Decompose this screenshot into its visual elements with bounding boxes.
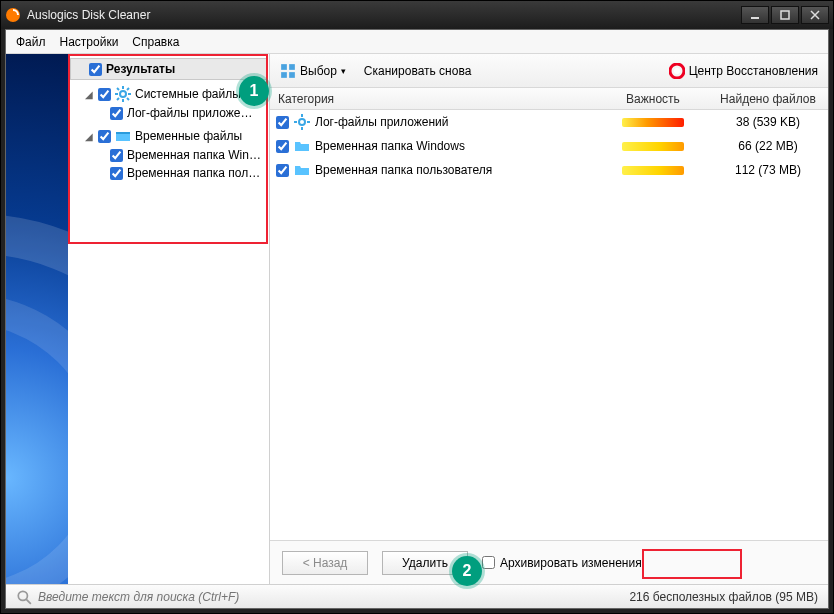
- svg-point-19: [299, 119, 305, 125]
- search-input[interactable]: [38, 590, 629, 604]
- annotation-box-2: [642, 549, 742, 579]
- menu-help[interactable]: Справка: [132, 35, 179, 49]
- svg-point-24: [18, 591, 27, 600]
- gear-icon: [294, 114, 310, 130]
- tree-group-system-files[interactable]: ◢ Системные файлы: [70, 84, 267, 104]
- col-found[interactable]: Найдено файлов: [708, 92, 828, 106]
- row-found: 38 (539 KB): [708, 115, 828, 129]
- archive-label: Архивировать изменения: [500, 556, 642, 570]
- row-checkbox[interactable]: [276, 116, 289, 129]
- svg-line-9: [127, 98, 129, 100]
- svg-rect-13: [281, 64, 287, 70]
- back-button[interactable]: < Назад: [282, 551, 368, 575]
- svg-point-3: [120, 91, 126, 97]
- toolbar: Выбор ▾ Сканировать снова Центр Восстано…: [270, 54, 828, 88]
- callout-badge-1: 1: [239, 76, 269, 106]
- select-dropdown-button[interactable]: Выбор ▾: [280, 63, 346, 79]
- gear-icon: [115, 86, 131, 102]
- chevron-down-icon[interactable]: ◢: [84, 89, 94, 100]
- row-checkbox[interactable]: [276, 140, 289, 153]
- svg-rect-2: [781, 11, 789, 19]
- close-button[interactable]: [801, 6, 829, 24]
- recovery-label: Центр Восстановления: [689, 64, 818, 78]
- folder-icon: [115, 128, 131, 144]
- row-found: 112 (73 MB): [708, 163, 828, 177]
- folder-icon: [294, 138, 310, 154]
- status-bar: 216 бесполезных файлов (95 MB): [6, 584, 828, 608]
- folder-icon: [294, 162, 310, 178]
- chevron-down-icon[interactable]: ◢: [84, 131, 94, 142]
- tree-group-label: Временные файлы: [135, 129, 242, 143]
- archive-checkbox[interactable]: [482, 556, 495, 569]
- svg-rect-12: [116, 132, 130, 134]
- grid-icon: [280, 63, 296, 79]
- row-found: 66 (22 MB): [708, 139, 828, 153]
- table-row[interactable]: Временная папка Windows66 (22 MB): [270, 134, 828, 158]
- select-label: Выбор: [300, 64, 337, 78]
- svg-line-25: [26, 599, 31, 604]
- svg-rect-14: [289, 64, 295, 70]
- col-category[interactable]: Категория: [270, 92, 598, 106]
- svg-rect-15: [281, 72, 287, 78]
- recovery-center-button[interactable]: Центр Восстановления: [669, 63, 818, 79]
- tree-item-temp-windows[interactable]: Временная папка Win…: [70, 146, 267, 164]
- decorative-sidebar: [6, 54, 68, 584]
- tree-item-label: Лог-файлы приложе…: [127, 106, 252, 120]
- rescan-button[interactable]: Сканировать снова: [364, 64, 471, 78]
- importance-bar: [622, 118, 684, 127]
- tree-item-label: Временная папка Win…: [127, 148, 261, 162]
- status-summary: 216 бесполезных файлов (95 MB): [629, 590, 818, 604]
- window-title: Auslogics Disk Cleaner: [27, 8, 150, 22]
- menu-bar: Файл Настройки Справка: [6, 30, 828, 54]
- rescan-label: Сканировать снова: [364, 64, 471, 78]
- tree-checkbox[interactable]: [110, 149, 123, 162]
- tree-checkbox[interactable]: [110, 107, 123, 120]
- tree-group-label: Системные файлы: [135, 87, 241, 101]
- tree-checkbox[interactable]: [110, 167, 123, 180]
- col-importance[interactable]: Важность: [598, 92, 708, 106]
- svg-line-8: [117, 88, 119, 90]
- menu-file[interactable]: Файл: [16, 35, 46, 49]
- action-row: < Назад Удалить Архивировать изменения: [270, 540, 828, 584]
- importance-bar: [622, 166, 684, 175]
- tree-checkbox[interactable]: [98, 88, 111, 101]
- tree-item-label: Временная папка пол…: [127, 166, 260, 180]
- app-logo-icon: [5, 7, 21, 23]
- menu-settings[interactable]: Настройки: [60, 35, 119, 49]
- row-label: Временная папка Windows: [315, 139, 465, 153]
- tree-item-temp-user[interactable]: Временная папка пол…: [70, 164, 267, 182]
- tree-root-results[interactable]: Результаты: [70, 58, 267, 80]
- table-row[interactable]: Лог-файлы приложений38 (539 KB): [270, 110, 828, 134]
- grid-body: Лог-файлы приложений38 (539 KB)Временная…: [270, 110, 828, 540]
- tree-root-label: Результаты: [106, 62, 175, 76]
- results-tree-panel: Результаты ◢ Системные файлы Лог-файлы п…: [68, 54, 270, 584]
- titlebar: Auslogics Disk Cleaner: [1, 1, 833, 29]
- grid-header: Категория Важность Найдено файлов: [270, 88, 828, 110]
- svg-rect-1: [751, 17, 759, 19]
- table-row[interactable]: Временная папка пользователя112 (73 MB): [270, 158, 828, 182]
- maximize-button[interactable]: [771, 6, 799, 24]
- callout-badge-2: 2: [452, 556, 482, 586]
- svg-line-10: [127, 88, 129, 90]
- caret-down-icon: ▾: [341, 66, 346, 76]
- tree-item-log-files[interactable]: Лог-файлы приложе…: [70, 104, 267, 122]
- row-checkbox[interactable]: [276, 164, 289, 177]
- importance-bar: [622, 142, 684, 151]
- tree-root-checkbox[interactable]: [89, 63, 102, 76]
- svg-point-18: [674, 68, 680, 74]
- svg-rect-16: [289, 72, 295, 78]
- tree-checkbox[interactable]: [98, 130, 111, 143]
- minimize-button[interactable]: [741, 6, 769, 24]
- search-icon: [16, 589, 32, 605]
- row-label: Лог-файлы приложений: [315, 115, 448, 129]
- tree-group-temp-files[interactable]: ◢ Временные файлы: [70, 126, 267, 146]
- lifebuoy-icon: [669, 63, 685, 79]
- svg-line-11: [117, 98, 119, 100]
- row-label: Временная папка пользователя: [315, 163, 492, 177]
